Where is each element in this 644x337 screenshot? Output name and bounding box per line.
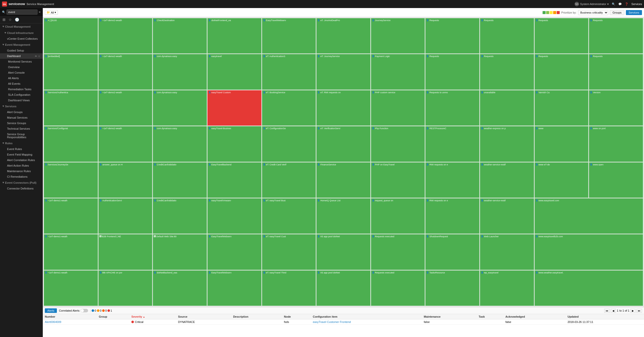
sidebar-item-alert-console[interactable]: Alert Console (0, 70, 43, 75)
tile-42[interactable]: 👤eT: VerificationServi (316, 126, 370, 162)
tile-41[interactable]: 👤eT: ConfigurationSe (262, 126, 316, 162)
tile-48[interactable]: 👤www on port (589, 126, 643, 162)
tile-20[interactable]: 👤Requests (480, 54, 534, 89)
tile-80[interactable]: 👤www.easytravelb2b.com (535, 234, 643, 270)
sidebar-item-dashboard-views[interactable]: Dashboard Views (0, 98, 43, 103)
tile-35[interactable]: 👤Version (589, 90, 643, 126)
sidebar-item-sla-config[interactable]: SLA Configuration (0, 92, 43, 98)
services-nav-link[interactable]: Services (631, 3, 642, 6)
tile-54[interactable]: 👤eT: Credit Card Verif (262, 162, 316, 198)
tile-68[interactable]: 👤RMI requests on e (425, 198, 479, 234)
col-config-item[interactable]: Configuration item (311, 314, 422, 319)
tile-51[interactable]: 👤answer_queue on H (98, 162, 153, 198)
tile-www-open[interactable]: 👤www.open (589, 162, 643, 198)
tile-45[interactable]: 👤weather-express on p (480, 126, 534, 162)
tile-77[interactable]: 👤Requests executed (371, 234, 425, 270)
col-node[interactable]: Node (282, 314, 311, 319)
sidebar-item-vcenter[interactable]: vCenter Event Collectors (0, 36, 43, 41)
tile-74[interactable]: 👤EasyTravelWebserv (207, 234, 261, 270)
tile-57[interactable]: 👤RMI requests on e (425, 162, 479, 198)
col-group[interactable]: Group (97, 314, 129, 319)
tile-19[interactable]: 👤Requests (425, 54, 479, 89)
clear-search-icon[interactable]: ✕ (39, 11, 41, 14)
tile-83[interactable]: 👤dotNetBackend_eas (153, 270, 207, 306)
sidebar-item-manual-services[interactable]: Manual Services (0, 115, 43, 120)
search-input[interactable] (7, 10, 37, 15)
sidebar-section-services[interactable]: ▾ Services (0, 103, 43, 109)
col-updated[interactable]: Updated (565, 314, 644, 319)
chat-icon[interactable]: 💬 (618, 3, 622, 6)
col-acknowledged[interactable]: Acknowledged (503, 314, 565, 319)
history-icon[interactable]: 🕐 (15, 18, 19, 22)
page-prev-button[interactable]: ◀ (611, 309, 616, 313)
services-tab-button[interactable]: Services (626, 10, 642, 15)
tile-25[interactable]: 👤com.dynatrace.easy (153, 90, 207, 126)
tile-53[interactable]: 👤EasyTravelBackend (207, 162, 261, 198)
tile-2[interactable]: 👤~1eT-demo2-weath (98, 18, 153, 54)
page-last-button[interactable]: ⏭ (636, 309, 642, 313)
tile-46[interactable]: 👤www (535, 126, 589, 162)
sidebar-item-remediation-tasks[interactable]: Remediation Tasks (0, 86, 43, 92)
tile-66[interactable]: 👤HomeIQ Queue List (316, 198, 370, 234)
tile-easytravel-custom[interactable]: 👤easyTravel Custom (207, 90, 261, 126)
grid-icon[interactable]: ⊞ (3, 18, 6, 22)
tile-6[interactable]: 👤eT: JmsHotDealPro (316, 18, 370, 54)
sidebar-section-event-connectors[interactable]: ▾ Event Connectors (Pull) (0, 179, 43, 186)
tile-85[interactable]: 👤eT: easyTravel Third (262, 270, 316, 306)
tile-33[interactable]: 👤Varnish Ca (535, 90, 589, 126)
logo[interactable]: SN servicenow Service Management (2, 2, 54, 7)
tile-78[interactable]: 👤ShutdownRequest (425, 234, 479, 270)
sidebar-item-technical-services[interactable]: Technical Services (0, 126, 43, 131)
tile-14[interactable]: 👤com.dynatrace.easy (153, 54, 207, 89)
tile-5[interactable]: 👤EasyTravelWebserv (262, 18, 316, 54)
tile-76[interactable]: 👤IIS app pool dotNet (316, 234, 370, 270)
tile-70[interactable]: 👤www.easytravel.com (535, 198, 643, 234)
tile-16[interactable]: 👤eT: AuthenticationS (262, 54, 316, 89)
tile-71[interactable]: 👤~1eT-demo1-weath (44, 234, 98, 270)
priority-select[interactable]: Business criticality (578, 10, 608, 15)
tile-24[interactable]: 👤~1eT-demo2-weath (98, 90, 153, 126)
tile-28[interactable]: 👤eT: RMI requests on (316, 90, 370, 126)
sidebar-section-event-mgmt[interactable]: ▾ Event Management (0, 41, 43, 48)
tile-43[interactable]: 👤Php Function (371, 126, 425, 162)
tile-56[interactable]: 👤PHP on EasyTravel (371, 162, 425, 198)
tile-1[interactable]: 👤A [:]8100 (44, 18, 98, 54)
tile-81[interactable]: 👤~1eT-demo1-weath (44, 270, 98, 306)
sidebar-item-alert-groups[interactable]: Alert Groups (0, 109, 43, 115)
sidebar-section-rules[interactable]: ▾ Rules (0, 140, 43, 146)
tile-38[interactable]: 👤~1eT-demo2-weath (98, 126, 153, 162)
sidebar-item-all-alerts[interactable]: All Alerts (0, 75, 43, 81)
tile-63[interactable]: 👤CreditCardValidatio (153, 198, 207, 234)
tile-67[interactable]: 👤request_queue on (371, 198, 425, 234)
page-first-button[interactable]: ⏮ (604, 309, 610, 313)
tile-89[interactable]: 👤wp_easytravel (480, 270, 534, 306)
tile-44[interactable]: 👤RESTProceureC (425, 126, 479, 162)
sidebar-item-alert-action-rules[interactable]: Alert Action Rules (0, 163, 43, 168)
tile-87[interactable]: 👤Requests executed (371, 270, 425, 306)
sidebar-item-guided-setup[interactable]: Guided Setup (0, 48, 43, 53)
sidebar-item-event-rules[interactable]: Event Rules (0, 146, 43, 152)
tile-11[interactable]: 👤Requests (589, 18, 643, 54)
tile-12[interactable]: 👤[embedded] (44, 54, 98, 89)
tile-27[interactable]: 👤eT: BookingService (262, 90, 316, 126)
page-next-button[interactable]: ▶ (630, 309, 635, 313)
tile-72[interactable]: 🅱B2B Frontend (.NE (98, 234, 153, 270)
tile-52[interactable]: 👤CreditCardValidatio (153, 162, 207, 198)
tile-55[interactable]: 👤FinanceService (316, 162, 370, 198)
tile-39[interactable]: 👤com.dynatrace.easy (153, 126, 207, 162)
star-icon[interactable]: ☆ (38, 55, 40, 58)
tile-21[interactable]: 👤Requests (535, 54, 589, 89)
pencil-icon[interactable]: ✏ (35, 55, 37, 58)
tile-7[interactable]: 👤JourneyService (371, 18, 425, 54)
tile-13[interactable]: 👤~1eT-demo2-weath (98, 54, 153, 89)
tile-84[interactable]: 👤EasyTravelWebserv (207, 270, 261, 306)
tile-40[interactable]: 👤easyTravel-Busines (207, 126, 261, 162)
sidebar-item-service-group-resp[interactable]: Service Group Responsibilities (0, 131, 43, 140)
col-severity[interactable]: Severity (129, 314, 176, 319)
tile-65[interactable]: 👤eT: easyTravel Busi (262, 198, 316, 234)
all-button[interactable]: 📁 All ▾ (45, 10, 58, 15)
tile-10[interactable]: 👤Requests (535, 18, 589, 54)
star-icon[interactable]: ☆ (9, 18, 12, 22)
help-icon[interactable]: ❓ (625, 3, 628, 6)
tile-30[interactable]: 👤Requests to unmo (425, 90, 479, 126)
